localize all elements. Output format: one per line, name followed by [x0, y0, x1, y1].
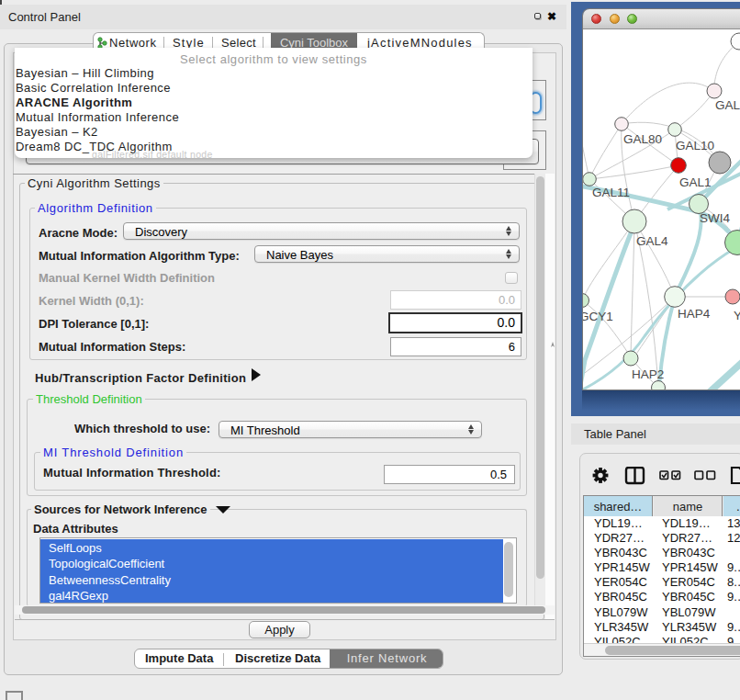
- svg-text:HAP2: HAP2: [632, 367, 664, 381]
- svg-text:GAL4: GAL4: [636, 234, 668, 248]
- svg-text:GAL80: GAL80: [623, 132, 662, 146]
- svg-text:GAL7: GAL7: [715, 98, 740, 112]
- svg-text:YJR048W: YJR048W: [734, 309, 740, 322]
- svg-text:GAL1: GAL1: [679, 175, 712, 189]
- svg-text:GAL11: GAL11: [592, 186, 630, 199]
- svg-text:GAL10: GAL10: [676, 139, 714, 152]
- svg-text:HAP4: HAP4: [678, 307, 711, 321]
- svg-text:GCY1: GCY1: [583, 310, 613, 323]
- svg-text:SWI4: SWI4: [700, 211, 730, 225]
